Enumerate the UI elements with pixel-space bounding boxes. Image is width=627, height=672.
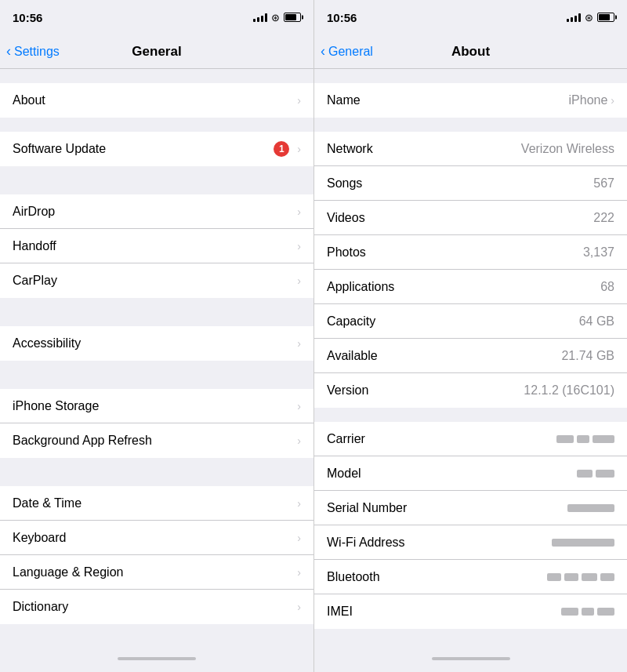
left-panel: 10:56 ⊛ ‹ Settings General About	[0, 0, 314, 672]
row-airdrop-chevron-icon: ›	[297, 205, 301, 218]
left-nav-bar: ‹ Settings General	[0, 35, 314, 69]
battery-icon	[284, 13, 301, 22]
row-carplay-chevron-icon: ›	[297, 274, 301, 287]
row-software-chevron-icon: ›	[297, 143, 301, 155]
about-row-imei: IMEI	[314, 594, 627, 629]
about-row-videos: Videos 222	[314, 201, 627, 235]
gap-5	[0, 458, 314, 486]
about-imei-value	[561, 608, 614, 616]
about-bluetooth-value	[547, 573, 614, 581]
left-section-date: Date & Time › Keyboard › Language & Regi…	[0, 486, 314, 624]
right-content: Name iPhone › Network Verizon Wireless S…	[314, 69, 627, 645]
left-back-button[interactable]: ‹ Settings	[6, 43, 60, 60]
left-status-icons: ⊛	[253, 12, 301, 24]
row-dictionary-chevron-icon: ›	[297, 601, 301, 613]
gap-4	[0, 361, 314, 389]
gap-2	[0, 166, 314, 194]
right-panel: 10:56 ⊛ ‹ General About Name	[314, 0, 627, 672]
home-bar	[118, 657, 196, 660]
row-handoff-label: Handoff	[13, 230, 295, 263]
left-time: 10:56	[13, 11, 42, 24]
gap-0	[0, 69, 314, 83]
right-wifi-icon: ⊛	[585, 12, 593, 24]
about-songs-value: 567	[593, 176, 614, 191]
left-section-update: Software Update 1 ›	[0, 132, 314, 166]
about-imei-label: IMEI	[327, 605, 561, 619]
row-language-region[interactable]: Language & Region ›	[0, 555, 314, 590]
row-accessibility-chevron-icon: ›	[297, 337, 301, 350]
row-about-chevron-icon: ›	[297, 94, 301, 107]
row-storage-chevron-icon: ›	[297, 400, 301, 412]
right-nav-title: About	[451, 44, 490, 60]
about-name-value: iPhone ›	[569, 93, 615, 107]
row-dictionary-label: Dictionary	[13, 590, 295, 623]
row-airdrop[interactable]: AirDrop ›	[0, 194, 314, 229]
about-row-photos: Photos 3,137	[314, 235, 627, 270]
row-software-update-label: Software Update	[13, 133, 274, 165]
about-row-version: Version 12.1.2 (16C101)	[314, 373, 627, 408]
row-dictionary[interactable]: Dictionary ›	[0, 590, 314, 624]
row-background-refresh[interactable]: Background App Refresh ›	[0, 423, 314, 458]
about-model-value	[577, 470, 614, 478]
row-handoff-chevron-icon: ›	[297, 240, 301, 252]
gap-bottom-left	[0, 624, 314, 645]
right-home-indicator	[314, 645, 627, 672]
right-back-chevron-icon: ‹	[321, 43, 325, 60]
right-back-label: General	[328, 45, 373, 59]
right-status-bar: 10:56 ⊛	[314, 0, 627, 35]
about-photos-label: Photos	[327, 245, 583, 260]
row-software-update[interactable]: Software Update 1 ›	[0, 132, 314, 166]
about-row-model: Model	[314, 456, 627, 491]
row-accessibility-label: Accessibility	[13, 327, 295, 360]
row-date-time-label: Date & Time	[13, 487, 295, 520]
right-home-bar	[432, 657, 510, 660]
about-row-carrier: Carrier	[314, 422, 627, 456]
row-handoff[interactable]: Handoff ›	[0, 229, 314, 263]
gap-bottom-right	[314, 629, 627, 645]
about-row-songs: Songs 567	[314, 166, 627, 201]
row-iphone-storage[interactable]: iPhone Storage ›	[0, 389, 314, 423]
row-keyboard-chevron-icon: ›	[297, 532, 301, 544]
about-available-label: Available	[327, 349, 561, 363]
row-keyboard[interactable]: Keyboard ›	[0, 521, 314, 555]
about-row-applications: Applications 68	[314, 270, 627, 304]
right-time: 10:56	[327, 11, 357, 24]
about-network-label: Network	[327, 142, 521, 156]
about-carrier-label: Carrier	[327, 432, 556, 446]
row-background-refresh-label: Background App Refresh	[13, 424, 295, 457]
about-carrier-value	[556, 435, 614, 443]
row-date-time[interactable]: Date & Time ›	[0, 486, 314, 521]
about-videos-label: Videos	[327, 211, 593, 225]
about-serial-value	[567, 504, 614, 512]
left-content: About › Software Update 1 › AirDrop › Ha…	[0, 69, 314, 645]
row-accessibility[interactable]: Accessibility ›	[0, 326, 314, 361]
row-carplay[interactable]: CarPlay ›	[0, 263, 314, 298]
left-back-chevron-icon: ‹	[6, 43, 11, 60]
row-lang-chevron-icon: ›	[297, 566, 301, 579]
about-serial-label: Serial Number	[327, 501, 567, 515]
gap-3	[0, 298, 314, 326]
row-about[interactable]: About ›	[0, 83, 314, 118]
right-section-private: Carrier Model Serial Number	[314, 422, 627, 629]
left-section-accessibility: Accessibility ›	[0, 326, 314, 361]
right-gap-2	[314, 408, 627, 422]
right-battery-icon	[597, 13, 614, 22]
row-bg-refresh-chevron-icon: ›	[297, 434, 301, 447]
about-row-capacity: Capacity 64 GB	[314, 304, 627, 339]
about-capacity-value: 64 GB	[579, 314, 614, 329]
right-status-icons: ⊛	[567, 12, 614, 24]
about-applications-label: Applications	[327, 280, 600, 294]
left-status-bar: 10:56 ⊛	[0, 0, 314, 35]
right-signal-icon	[567, 13, 581, 22]
about-row-serial: Serial Number	[314, 491, 627, 525]
about-photos-value: 3,137	[583, 245, 614, 260]
left-section-storage: iPhone Storage › Background App Refresh …	[0, 389, 314, 458]
software-update-badge: 1	[274, 141, 289, 157]
right-back-button[interactable]: ‹ General	[321, 43, 373, 60]
about-wifi-value	[552, 539, 614, 547]
about-row-wifi: Wi-Fi Address	[314, 525, 627, 560]
about-applications-value: 68	[600, 280, 614, 294]
signal-icon	[253, 13, 267, 22]
about-wifi-label: Wi-Fi Address	[327, 536, 552, 550]
about-row-name[interactable]: Name iPhone ›	[314, 83, 627, 118]
